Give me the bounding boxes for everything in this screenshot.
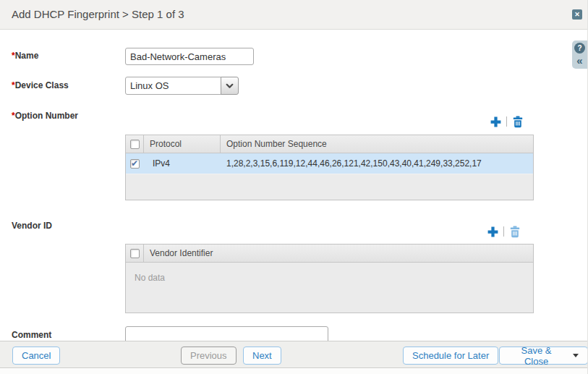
wizard-footer: Cancel Previous Next Schedule for Later …: [0, 341, 588, 368]
vendor-column-identifier: Vendor Identifier: [144, 245, 533, 262]
vendor-id-label: Vendor ID: [12, 221, 52, 231]
save-and-close-label: Save & Close: [508, 345, 564, 367]
dialog-titlebar: Add DHCP Fingerprint > Step 1 of 3 ✕: [0, 0, 588, 30]
help-icon[interactable]: ?: [574, 43, 585, 54]
plus-icon: [487, 226, 499, 238]
option-row-sequence: 1,28,2,3,15,6,119,12,44,46,26,121,42,150…: [221, 153, 533, 174]
trash-icon: [512, 116, 524, 128]
vendor-id-toolbar: [486, 225, 521, 238]
option-table-row[interactable]: IPv4 1,28,2,3,15,6,119,12,44,46,26,121,4…: [126, 153, 533, 174]
option-number-toolbar: [489, 115, 524, 128]
add-option-button[interactable]: [489, 115, 502, 128]
delete-vendor-button-disabled[interactable]: [508, 225, 521, 238]
vendor-select-all-checkbox[interactable]: [130, 249, 140, 258]
add-dhcp-fingerprint-dialog: Add DHCP Fingerprint > Step 1 of 3 ✕ ? «…: [0, 0, 588, 374]
option-row-checkbox[interactable]: [130, 159, 140, 169]
plus-icon: [490, 116, 502, 128]
no-data-text: No data: [126, 263, 533, 283]
option-column-sequence: Option Number Sequence: [221, 135, 533, 153]
close-icon: ✕: [574, 12, 580, 18]
cancel-button[interactable]: Cancel: [12, 347, 60, 365]
add-vendor-button[interactable]: [486, 225, 499, 238]
vendor-id-table: Vendor Identifier No data: [125, 244, 534, 313]
option-row-protocol: IPv4: [144, 153, 221, 174]
device-class-label: *Device Class: [12, 80, 69, 90]
vendor-table-empty-area: No data: [126, 263, 533, 313]
toolbar-separator: [506, 116, 507, 127]
vendor-table-header: Vendor Identifier: [126, 245, 533, 263]
option-number-label: *Option Number: [12, 111, 78, 121]
help-panel: ? «: [572, 41, 587, 69]
device-class-input[interactable]: [125, 77, 221, 95]
close-button[interactable]: ✕: [572, 9, 582, 20]
schedule-for-later-button[interactable]: Schedule for Later: [403, 347, 498, 365]
option-table-empty-area: [126, 174, 533, 200]
chevron-down-icon: [226, 83, 234, 89]
save-and-close-menu-caret-icon[interactable]: [573, 354, 579, 357]
option-column-protocol: Protocol: [144, 135, 221, 153]
comment-label: Comment: [12, 330, 51, 340]
collapse-panel-icon[interactable]: «: [576, 54, 582, 67]
toolbar-separator: [503, 226, 504, 237]
option-table-header: Protocol Option Number Sequence: [126, 135, 533, 153]
name-input[interactable]: [125, 48, 254, 65]
option-number-table: Protocol Option Number Sequence IPv4 1,2…: [125, 135, 534, 200]
dialog-title: Add DHCP Fingerprint > Step 1 of 3: [12, 0, 184, 29]
previous-button[interactable]: Previous: [181, 347, 237, 365]
save-and-close-button[interactable]: Save & Close: [499, 347, 588, 365]
option-select-all-checkbox[interactable]: [130, 140, 140, 149]
trash-icon: [509, 226, 521, 238]
next-button[interactable]: Next: [243, 347, 281, 365]
device-class-dropdown-button[interactable]: [221, 77, 239, 95]
delete-option-button[interactable]: [511, 115, 524, 128]
name-label: *Name: [12, 51, 38, 61]
dialog-bottom-strip: [0, 369, 588, 374]
